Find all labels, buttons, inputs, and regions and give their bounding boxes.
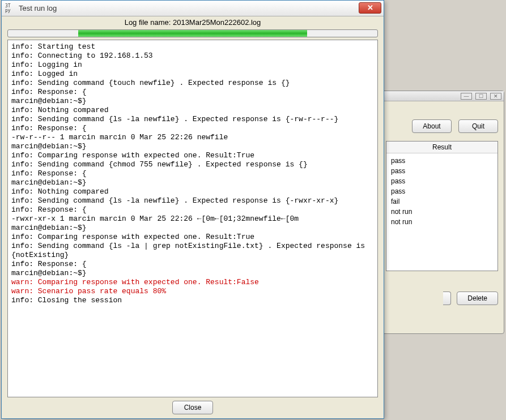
log-line: info: Response: {: [11, 169, 374, 178]
app-icon: 3T py: [5, 3, 15, 14]
log-line: info: Sending command {chmod 755 newfile…: [11, 160, 374, 169]
log-line: info: Logged in: [11, 70, 374, 79]
log-line: info: Response: {: [11, 124, 374, 133]
result-item[interactable]: pass: [391, 156, 493, 166]
log-line: info: Sending command {touch newfile} . …: [11, 79, 374, 88]
log-line: info: Nothing compared: [11, 106, 374, 115]
log-line: -rw-r--r-- 1 marcin marcin 0 Mar 25 22:2…: [11, 133, 374, 142]
result-header: Result: [386, 142, 498, 153]
log-line: marcin@debian:~$}: [11, 224, 374, 233]
window-title: Test run log: [19, 4, 57, 12]
result-item[interactable]: pass: [391, 186, 493, 196]
log-line: -rwxr-xr-x 1 marcin marcin 0 Mar 25 22:2…: [11, 215, 374, 224]
log-textarea[interactable]: info: Starting testinfo: Connecting to 1…: [7, 40, 378, 397]
log-line: info: Starting test: [11, 42, 374, 52]
delete-button[interactable]: Delete: [457, 292, 498, 305]
log-line: info: Response: {: [11, 260, 374, 269]
bg-close-icon[interactable]: ✕: [490, 93, 501, 100]
titlebar[interactable]: 3T py Test run log ✕: [2, 1, 384, 16]
log-line: info: Sending command {ls -la newfile} .…: [11, 196, 374, 205]
log-line: info: Closing the session: [11, 296, 374, 305]
result-item[interactable]: pass: [391, 176, 493, 186]
log-filename-label: Log file name: 2013Mar25Mon222602.log: [2, 16, 384, 28]
bg-titlebar: — ☐ ✕: [380, 91, 504, 101]
stub-button[interactable]: [443, 292, 451, 305]
log-line: marcin@debian:~$}: [11, 269, 374, 278]
progress-bar: [7, 29, 378, 37]
log-line: info: Sending command {ls -la newfile} .…: [11, 115, 374, 124]
log-line: marcin@debian:~$}: [11, 178, 374, 187]
log-line: info: Response: {: [11, 88, 374, 97]
result-list: passpasspasspassfailnot runnot run: [386, 153, 498, 229]
log-line: info: Nothing compared: [11, 187, 374, 196]
result-item[interactable]: fail: [391, 196, 493, 207]
result-item[interactable]: not run: [391, 207, 493, 217]
log-window: 3T py Test run log ✕ Log file name: 2013…: [1, 0, 384, 419]
close-button[interactable]: Close: [172, 401, 213, 414]
log-line: info: Connecting to 192.168.1.53: [11, 52, 374, 61]
result-panel: Result passpasspasspassfailnot runnot ru…: [386, 141, 498, 271]
background-window: — ☐ ✕ About Quit Result passpasspasspass…: [380, 91, 504, 334]
log-line: info: Comparing response with expected o…: [11, 151, 374, 160]
bg-min-icon[interactable]: —: [461, 93, 472, 100]
log-line: marcin@debian:~$}: [11, 97, 374, 106]
log-line: warn: Scenario pass rate equals 80%: [11, 287, 374, 296]
log-line: info: Sending command {ls -la | grep not…: [11, 242, 374, 260]
log-line: warn: Comparing response with expected o…: [11, 278, 374, 287]
log-line: info: Logging in: [11, 61, 374, 70]
log-line: info: Comparing response with expected o…: [11, 233, 374, 242]
quit-button[interactable]: Quit: [458, 119, 498, 133]
window-close-button[interactable]: ✕: [359, 2, 381, 14]
log-line: info: Response: {: [11, 205, 374, 215]
log-line: marcin@debian:~$}: [11, 142, 374, 151]
bg-max-icon[interactable]: ☐: [475, 93, 487, 100]
result-item[interactable]: pass: [391, 166, 493, 176]
result-item[interactable]: not run: [391, 217, 493, 227]
about-button[interactable]: About: [412, 119, 452, 133]
